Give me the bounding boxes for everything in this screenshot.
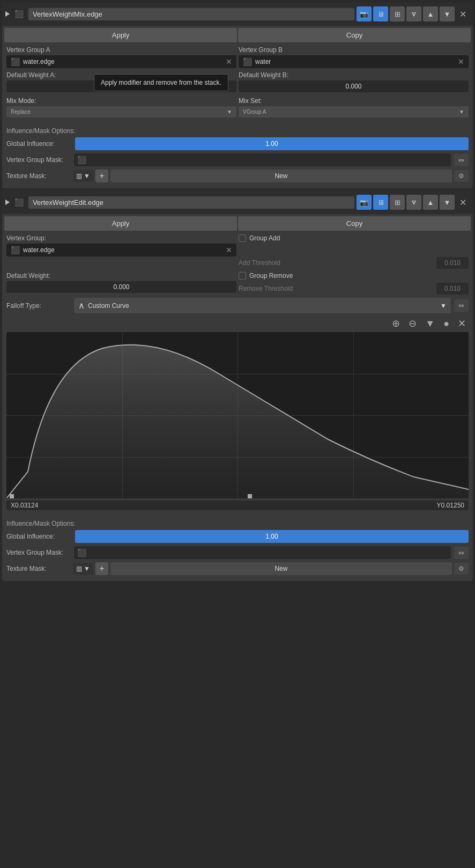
panel2-apply-btn[interactable]: Apply [4, 216, 237, 231]
panel2-curve-area[interactable] [6, 332, 469, 498]
panel1-icons: 📷 🖥 ⊞ ⛛ ▲ ▼ ✕ [357, 6, 470, 21]
curve-close-btn[interactable]: ✕ [455, 317, 469, 330]
panel2-close-btn[interactable]: ✕ [456, 196, 470, 209]
panel2-vg-section: Vertex Group: ⬛ water.edge ✕ [6, 234, 236, 256]
panel2-group-add-section: Group Add Add Threshold 0.010 [239, 234, 469, 269]
panel2-group-add-label: Group Add [249, 234, 280, 242]
panel2-render-btn[interactable]: 🖥 [373, 195, 388, 210]
panel2-filter-btn[interactable]: ⛛ [406, 195, 421, 210]
panel2-group-add-checkbox[interactable] [239, 234, 246, 242]
panel2-group-remove-section: Group Remove Remove Threshold 0.010 [239, 272, 469, 295]
panel2-dw-label: Default Weight: [6, 272, 236, 279]
panel2-add-texture-btn[interactable]: + [95, 562, 108, 575]
curve-zoom-out-btn[interactable]: ⊖ [406, 317, 419, 330]
mix-set-value: VGroup A [243, 109, 266, 115]
panel2-new-texture-btn[interactable]: New [110, 562, 452, 575]
panel1-close-btn[interactable]: ✕ [456, 8, 470, 20]
panel2-icons: 📷 🖥 ⊞ ⛛ ▲ ▼ ✕ [357, 195, 470, 210]
curve-x-value: 0.03124 [15, 502, 38, 509]
down-icon-btn[interactable]: ▼ [440, 6, 455, 21]
panel1-layers-btn[interactable]: ⚙ [454, 170, 469, 182]
panel1-add-texture-btn[interactable]: + [95, 170, 108, 182]
vertex-group-b-field[interactable]: ⬛ water ✕ [239, 55, 469, 68]
mix-dropdowns-row: Replace ▼ VGroup A ▼ [2, 106, 473, 120]
panel2-vertex-mask-icon[interactable]: ⬛ [74, 546, 451, 559]
panel1-apply-btn[interactable]: Apply [4, 28, 237, 42]
panel1-global-influence-label: Global Influence: [6, 140, 71, 148]
panel1-title[interactable]: VertexWeightMix.edge [28, 8, 354, 20]
panel2-falloff-dropdown[interactable]: ∧ Custom Curve ▼ [74, 298, 451, 313]
up-icon-btn[interactable]: ▲ [423, 6, 438, 21]
panel2-falloff-chevron: ▼ [440, 302, 447, 310]
mix-set-label: Mix Set: [239, 97, 469, 105]
modifier-icon: ⬛ [12, 9, 26, 19]
panel1-checker-arrow: ▼ [84, 172, 90, 180]
panel-vertex-weight-mix: ⬛ VertexWeightMix.edge 📷 🖥 ⊞ ⛛ ▲ ▼ ✕ App… [2, 2, 473, 188]
default-weight-b-input[interactable] [239, 80, 469, 92]
default-weight-b-label: Default Weight B: [239, 71, 469, 79]
collapse-icon[interactable] [5, 11, 10, 17]
curve-point-left[interactable] [10, 494, 14, 498]
panel2-vertex-mask-swap-btn[interactable]: ⇔ [454, 547, 469, 559]
panel1-copy-btn[interactable]: Copy [238, 28, 471, 42]
panel2-layers-btn[interactable]: ⚙ [454, 563, 469, 575]
mix-set-dropdown[interactable]: VGroup A ▼ [239, 106, 469, 117]
panel2-remove-threshold-value: 0.010 [436, 283, 469, 295]
default-weight-b-section: Default Weight B: [239, 71, 469, 92]
panel1-texture-mask-row: Texture Mask: ▥ ▼ + New ⚙ [2, 168, 473, 184]
panel2-falloff-swap-btn[interactable]: ⇔ [454, 299, 469, 312]
panel1-checker-icon: ▥ [76, 172, 82, 180]
panel1-checker-box: ▥ ▼ [73, 170, 93, 182]
panel2-global-influence-bar[interactable]: 1.00 [75, 530, 469, 543]
panel2-curve-controls: ⊕ ⊖ ▼ ● ✕ [2, 315, 473, 332]
panel2-vg-field[interactable]: ⬛ water.edge ✕ [6, 244, 236, 256]
group-a-name: water.edge [23, 58, 222, 65]
panel1-vertex-mask-swap-btn[interactable]: ⇔ [454, 154, 469, 166]
panel2-btn-row: Apply Copy [2, 214, 473, 233]
curve-y-label: Y [437, 502, 441, 509]
panel2-dw-input[interactable] [6, 281, 236, 293]
panel2-edit-btn[interactable]: ⊞ [390, 195, 405, 210]
camera-icon-btn[interactable]: 📷 [357, 6, 372, 21]
panel2-group-add-row: Group Add [239, 234, 469, 242]
curve-point-right[interactable] [248, 494, 252, 498]
render-icon-btn[interactable]: 🖥 [373, 6, 388, 21]
curve-zoom-in-btn[interactable]: ⊕ [389, 317, 403, 330]
panel1-new-texture-btn[interactable]: New [110, 170, 452, 182]
panel2-up-btn[interactable]: ▲ [423, 195, 438, 210]
tooltip: Apply modifier and remove from the stack… [94, 74, 228, 91]
panel1-vertex-group-mask-label: Vertex Group Mask: [6, 156, 71, 164]
group-a-icon: ⬛ [11, 57, 20, 66]
panel2-title[interactable]: VertexWeightEdit.edge [28, 196, 354, 209]
curve-menu-btn[interactable]: ▼ [422, 317, 437, 330]
curve-x-label: X [11, 502, 15, 509]
panel2-group-remove-checkbox[interactable] [239, 272, 246, 279]
panel2-add-threshold-label: Add Threshold [239, 259, 434, 267]
panel2-down-btn[interactable]: ▼ [440, 195, 455, 210]
panel1-global-influence-bar[interactable]: 1.00 [75, 137, 469, 150]
mix-mode-dropdown[interactable]: Replace ▼ [6, 106, 236, 117]
curve-dot-btn[interactable]: ● [441, 317, 452, 330]
panel2-vg-label: Vertex Group: [6, 234, 236, 242]
panel2-checker-icon: ▥ [76, 565, 82, 572]
panel2-falloff-row: Falloff Type: ∧ Custom Curve ▼ ⇔ [2, 296, 473, 315]
panel2-camera-btn[interactable]: 📷 [357, 195, 372, 210]
panel2-vg-clear-btn[interactable]: ✕ [226, 246, 232, 254]
panel1-btn-row: Apply Copy [2, 26, 473, 45]
panel2-checker-box: ▥ ▼ [73, 563, 93, 575]
mix-labels-row: Mix Mode: Mix Set: [2, 94, 473, 106]
panel1-vertex-mask-icon[interactable]: ⬛ [74, 153, 451, 166]
curve-y-value: 0.01250 [441, 502, 464, 509]
edit-icon-btn[interactable]: ⊞ [390, 6, 405, 21]
panel2-collapse-icon[interactable] [5, 200, 10, 205]
panel2-remove-threshold-row: Remove Threshold 0.010 [239, 283, 469, 295]
panel2-copy-btn[interactable]: Copy [238, 216, 471, 231]
vertex-group-a-field[interactable]: ⬛ water.edge ✕ [6, 55, 236, 68]
panel2-add-threshold-value: 0.010 [436, 257, 469, 269]
mix-mode-value: Replace [11, 109, 31, 115]
panel1-global-influence-row: Global Influence: 1.00 [2, 136, 473, 152]
group-a-clear-btn[interactable]: ✕ [226, 57, 232, 66]
vertex-group-a-label: Vertex Group A [6, 46, 236, 54]
filter-icon-btn[interactable]: ⛛ [406, 6, 421, 21]
group-b-clear-btn[interactable]: ✕ [458, 57, 464, 66]
